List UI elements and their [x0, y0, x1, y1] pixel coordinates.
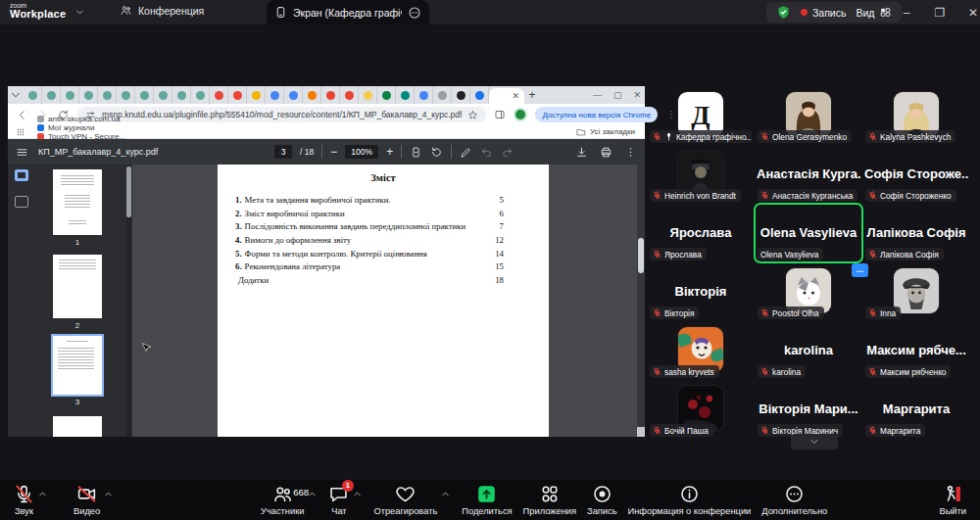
- participant-tile-вікторія[interactable]: ВікторіяВікторія: [647, 262, 755, 321]
- browser-tab[interactable]: [321, 86, 340, 104]
- minimize-button[interactable]: –: [890, 6, 923, 20]
- browser-tab[interactable]: [415, 86, 433, 104]
- outline-view-icon[interactable]: [15, 196, 28, 208]
- chrome-update-chip[interactable]: Доступна нова версія Chrome: [535, 107, 658, 122]
- apps-grid-icon[interactable]: [16, 127, 25, 137]
- zoom-out-button[interactable]: −: [330, 145, 337, 159]
- pdf-thumbnail-page-4[interactable]: [53, 416, 102, 437]
- tab-search-chevron-icon[interactable]: [9, 88, 23, 102]
- participant-tile-вікторія-маринич[interactable]: Вікторія Мари...Вікторія Маринич: [755, 380, 862, 439]
- pdf-scrollbar-down-arrow[interactable]: [637, 427, 645, 437]
- pdf-scrollbar-thumb[interactable]: [638, 238, 644, 273]
- participants-button[interactable]: Участники668: [261, 484, 304, 516]
- browser-tab[interactable]: [340, 86, 359, 104]
- browser-tab[interactable]: [98, 86, 117, 104]
- pdf-more-icon[interactable]: [624, 146, 637, 159]
- pdf-thumbnail-page-2[interactable]: [53, 255, 102, 318]
- side-panel-icon[interactable]: [494, 109, 506, 120]
- workspace-chevron-down-icon[interactable]: [74, 7, 85, 18]
- bookmark-star-icon[interactable]: [467, 110, 478, 120]
- browser-tab-active[interactable]: ✕: [489, 88, 524, 104]
- browser-tab[interactable]: [79, 86, 98, 104]
- browser-tab[interactable]: [433, 86, 452, 104]
- browser-tab[interactable]: [266, 86, 284, 104]
- participant-tile-olena-vasylieva[interactable]: Olena VasylievaOlena Vasylieva: [755, 204, 862, 262]
- participant-tile-heinrich-von-brandt[interactable]: Heinrich von Brandt: [647, 145, 755, 204]
- tab-close-icon[interactable]: ✕: [512, 92, 519, 101]
- browser-close-button[interactable]: ✕: [633, 90, 641, 100]
- print-icon[interactable]: [600, 146, 612, 159]
- pdf-thumbnail-page-3[interactable]: [53, 336, 102, 395]
- record-button[interactable]: Запись: [587, 484, 617, 516]
- participant-tile-poostol-olha[interactable]: Poostol Olha...: [755, 262, 862, 321]
- browser-tab[interactable]: [470, 86, 489, 104]
- all-bookmarks-button[interactable]: Усі закладки: [576, 127, 635, 137]
- apps-button[interactable]: Приложения: [523, 484, 576, 516]
- video-button[interactable]: Видео: [74, 484, 100, 516]
- rotate-icon[interactable]: [430, 146, 443, 159]
- browser-tab[interactable]: [42, 86, 61, 104]
- url-bar[interactable]: msnp.knutd.edu.ua/pluginfile.php/555410/…: [77, 107, 486, 122]
- participant-tile-маргарита[interactable]: МаргаритаМаргарита: [862, 380, 970, 439]
- tab-meeting[interactable]: Конференция: [120, 4, 204, 17]
- participant-tile-olena-gerasymenko[interactable]: Olena Gerasymenko: [755, 86, 862, 145]
- browser-tab[interactable]: [303, 86, 321, 104]
- pdf-thumbnail-page-1[interactable]: [53, 169, 102, 235]
- participant-tile-максим-рябченко[interactable]: Максим рябче...Максим рябченко: [862, 321, 970, 380]
- page-number-input[interactable]: 3: [274, 145, 292, 159]
- browser-tab[interactable]: [117, 86, 135, 104]
- video-chevron-up-icon[interactable]: [103, 489, 114, 499]
- participant-tile-kalyna-pashkevych[interactable]: Kalyna Pashkevych: [862, 86, 970, 145]
- new-tab-button[interactable]: +: [524, 88, 540, 102]
- browser-tab[interactable]: [359, 86, 377, 104]
- redo-icon[interactable]: [501, 146, 514, 159]
- participant-tile-кафедра-графічно-[interactable]: ДКафедра графічно...: [647, 86, 755, 145]
- browser-tab[interactable]: [210, 86, 228, 104]
- thumbnail-view-icon[interactable]: [15, 169, 28, 181]
- zoom-in-button[interactable]: +: [386, 145, 393, 159]
- participant-tile-лапікова-софія[interactable]: Лапікова СофіяЛапікова Софія: [862, 204, 970, 262]
- browser-tab[interactable]: [191, 86, 210, 104]
- browser-tab[interactable]: [24, 86, 42, 104]
- pdf-menu-icon[interactable]: [16, 146, 28, 159]
- bookmark-item[interactable]: Мої журнали: [37, 123, 131, 132]
- bookmark-item[interactable]: antik-skupka.com.ua: [37, 115, 131, 123]
- participant-tile-бочій-паша[interactable]: Бочій Паша: [647, 380, 755, 439]
- browser-tab[interactable]: [247, 86, 266, 104]
- react-button[interactable]: Отреагировать: [373, 484, 437, 516]
- share-button[interactable]: Поделиться: [462, 484, 512, 516]
- browser-tab[interactable]: [61, 86, 79, 104]
- browser-tab[interactable]: [452, 86, 470, 104]
- leave-button[interactable]: Выйти: [939, 484, 966, 516]
- participant-tile-софія-стороженко[interactable]: Софія Стороже...Софія Стороженко: [862, 145, 970, 204]
- chat-chevron-up-icon[interactable]: [352, 489, 363, 499]
- tab-options-icon[interactable]: [408, 6, 421, 20]
- participant-tile-karolina[interactable]: karolinakarolina: [755, 321, 862, 380]
- security-shield-icon[interactable]: [776, 5, 791, 20]
- fit-page-icon[interactable]: [410, 146, 422, 159]
- pdf-scrollbar-track[interactable]: [637, 165, 645, 437]
- download-icon[interactable]: [575, 146, 588, 159]
- browser-tab[interactable]: [396, 86, 415, 104]
- collapse-participants-button[interactable]: [791, 434, 838, 449]
- participant-tile-sasha-kryvets[interactable]: sasha kryvets: [647, 321, 755, 380]
- view-button[interactable]: Вид: [856, 6, 892, 19]
- zoom-level-input[interactable]: 100%: [345, 145, 378, 159]
- more-button[interactable]: Дополнительно: [761, 484, 827, 516]
- browser-tab[interactable]: [377, 86, 396, 104]
- react-chevron-up-icon[interactable]: [440, 489, 451, 499]
- participant-tile-анастасія-курганська[interactable]: Анастасія Курга...Анастасія Курганська: [755, 145, 862, 204]
- info-button[interactable]: Информация о конференции: [628, 484, 752, 516]
- browser-tab[interactable]: [154, 86, 172, 104]
- participants-chevron-up-icon[interactable]: [307, 489, 318, 499]
- audio-chevron-up-icon[interactable]: [37, 489, 48, 499]
- browser-tab[interactable]: [172, 86, 191, 104]
- profile-avatar[interactable]: [514, 108, 527, 121]
- participant-tile-ярослава[interactable]: ЯрославаЯрослава: [647, 204, 755, 262]
- undo-icon[interactable]: [480, 146, 493, 159]
- chat-button[interactable]: Чат1: [328, 484, 349, 516]
- close-button[interactable]: ✕: [956, 6, 980, 20]
- browser-tab[interactable]: [135, 86, 154, 104]
- browser-restore-button[interactable]: ▢: [613, 90, 622, 100]
- participant-tile-inna[interactable]: Inna: [862, 262, 970, 321]
